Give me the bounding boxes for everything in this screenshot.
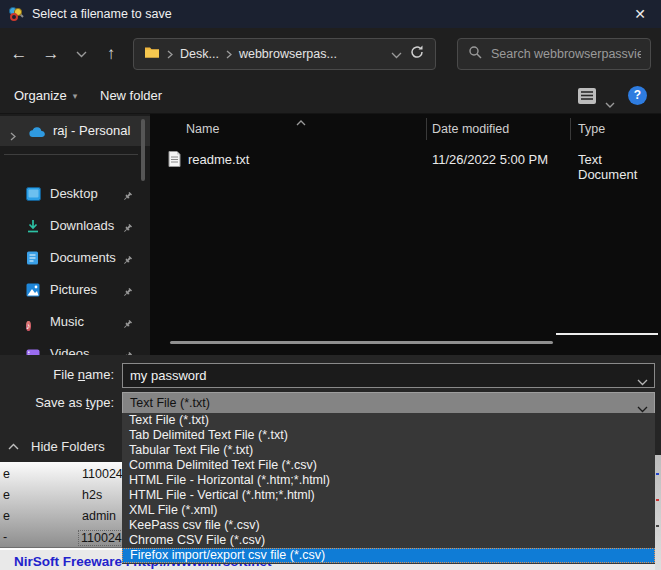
back-icon[interactable]: ← (5, 40, 33, 68)
sidebar-scrollbar[interactable] (141, 119, 145, 181)
file-name-dropdown-chevron-icon[interactable] (637, 372, 648, 390)
sidebar-item-label: Music (50, 314, 84, 329)
sidebar-item-label: Pictures (50, 282, 97, 297)
pictures-icon (26, 283, 40, 301)
dropdown-option[interactable]: KeePass csv file (*.csv) (122, 518, 655, 533)
onedrive-cloud-icon (28, 124, 46, 142)
sidebar-item-label: Desktop (50, 186, 98, 201)
scrollbar-track-highlight (556, 333, 658, 335)
file-type: Text Document (578, 152, 661, 182)
pin-icon (122, 284, 133, 302)
table-row: e h2s (0, 485, 122, 505)
pin-icon (122, 188, 133, 206)
address-bar[interactable]: Desk... webbrowserpas... (133, 38, 436, 70)
command-toolbar: Organize ▾ New folder ? (0, 80, 661, 114)
file-name: readme.txt (188, 152, 249, 167)
sidebar-item-downloads[interactable]: Downloads (0, 210, 150, 242)
new-folder-button[interactable]: New folder (100, 88, 162, 103)
column-divider[interactable] (426, 118, 427, 140)
save-dialog: Select a filename to save ✕ ← → ↑ Desk..… (0, 0, 661, 570)
column-divider[interactable] (570, 118, 571, 140)
text-file-icon (168, 151, 181, 170)
forward-icon[interactable]: → (37, 40, 65, 68)
sidebar-item-label: Documents (50, 250, 116, 265)
column-header-date-modified[interactable]: Date modified (432, 122, 509, 136)
table-row: - 110024 (0, 527, 122, 547)
videos-icon (26, 347, 40, 355)
chevron-right-icon (226, 45, 232, 63)
music-note-icon: ♪ (26, 321, 31, 331)
search-box[interactable] (457, 38, 651, 70)
breadcrumb-segment-desktop[interactable]: Desk... (180, 47, 219, 61)
help-icon[interactable]: ? (628, 86, 647, 105)
file-date-modified: 11/26/2022 5:00 PM (432, 152, 548, 167)
table-row: e admin (0, 506, 122, 526)
hide-folders-button[interactable]: Hide Folders (8, 439, 105, 454)
file-name-input[interactable] (122, 363, 655, 388)
file-row[interactable]: readme.txt 11/26/2022 5:00 PM Text Docum… (150, 146, 661, 174)
music-icon: ♪ (26, 315, 31, 333)
sidebar-profile-label: raj - Personal (53, 123, 130, 138)
close-icon[interactable]: ✕ (623, 0, 657, 28)
column-header-type[interactable]: Type (578, 122, 605, 136)
dropdown-option[interactable]: HTML File - Horizontal (*.htm;*.html) (122, 473, 655, 488)
pin-icon (122, 348, 133, 355)
sort-ascending-icon (296, 115, 306, 129)
navigation-pane: raj - Personal Desktop (0, 114, 150, 355)
pin-icon (122, 220, 133, 238)
organize-dropdown-icon: ▾ (73, 91, 78, 101)
horizontal-scrollbar[interactable] (170, 341, 553, 344)
sidebar-item-desktop[interactable]: Desktop (0, 178, 150, 210)
save-as-type-label: Save as type: (0, 395, 114, 410)
refresh-icon[interactable] (409, 44, 425, 64)
table-row: e 1100249 (0, 464, 122, 484)
webbrowserpassview-app-icon (8, 6, 24, 26)
background-window-edge (655, 455, 661, 570)
expand-chevron-icon[interactable] (10, 127, 16, 145)
content-area: raj - Personal Desktop (0, 114, 661, 355)
view-mode-icon[interactable] (577, 87, 597, 109)
dropdown-option[interactable]: Text File (*.txt) (122, 413, 655, 428)
dropdown-option-highlighted[interactable]: Firefox import/export csv file (*.csv) (122, 548, 655, 563)
dropdown-option[interactable]: HTML File - Vertical (*.htm;*.html) (122, 488, 655, 503)
dropdown-option[interactable]: Comma Delimited Text File (*.csv) (122, 458, 655, 473)
file-name-label: File name: (0, 367, 114, 382)
downloads-icon (26, 219, 40, 237)
pin-icon (122, 316, 133, 334)
sidebar-item-label: Downloads (50, 218, 114, 233)
pin-icon (122, 252, 133, 270)
sidebar-divider (4, 154, 138, 155)
save-as-type-dropdown-list: Text File (*.txt) Tab Delimited Text Fil… (122, 413, 655, 564)
file-list: Name Date modified Type readme.txt (150, 114, 661, 355)
sidebar-item-videos[interactable]: Videos (0, 338, 150, 355)
breadcrumb-segment-current[interactable]: webbrowserpas... (239, 47, 337, 61)
dialog-title: Select a filename to save (32, 7, 172, 21)
sidebar-item-label: Videos (50, 346, 90, 355)
folder-icon (144, 45, 160, 63)
background-table: e 1100249 e h2s e admin - 110024 (0, 462, 122, 547)
dropdown-option[interactable]: Chrome CSV File (*.csv) (122, 533, 655, 548)
sidebar-item-onedrive-profile[interactable]: raj - Personal (0, 116, 150, 146)
organize-button[interactable]: Organize ▾ (14, 88, 77, 103)
search-input[interactable] (491, 47, 641, 61)
view-mode-chevron-icon[interactable] (605, 94, 615, 112)
dropdown-option[interactable]: XML File (*.xml) (122, 503, 655, 518)
dropdown-option[interactable]: Tabular Text File (*.txt) (122, 443, 655, 458)
chevron-up-icon (8, 443, 19, 450)
sidebar-item-pictures[interactable]: Pictures (0, 274, 150, 306)
save-as-type-combobox[interactable]: Text File (*.txt) (122, 392, 655, 414)
address-dropdown-chevron-icon[interactable] (391, 45, 402, 63)
up-icon[interactable]: ↑ (97, 40, 125, 68)
chevron-right-icon (167, 45, 173, 63)
recent-locations-chevron-icon[interactable] (67, 40, 95, 68)
dropdown-option[interactable]: Tab Delimited Text File (*.txt) (122, 428, 655, 443)
column-header-name[interactable]: Name (186, 122, 219, 136)
desktop-icon (26, 187, 41, 205)
sidebar-item-documents[interactable]: Documents (0, 242, 150, 274)
sidebar-item-music[interactable]: ♪ Music (0, 306, 150, 338)
title-bar: Select a filename to save ✕ (0, 0, 661, 28)
hide-folders-label: Hide Folders (31, 439, 105, 454)
file-list-header: Name Date modified Type (150, 114, 661, 142)
navigation-bar: ← → ↑ Desk... webbrowserpas... (0, 28, 661, 80)
documents-icon (26, 251, 39, 269)
